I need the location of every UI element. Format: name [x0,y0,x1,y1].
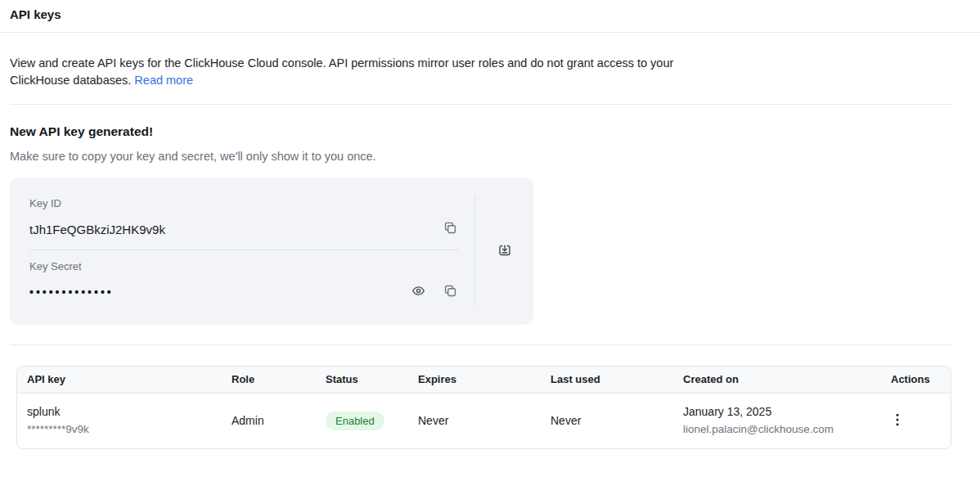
page-description: View and create API keys for the ClickHo… [10,55,674,89]
cell-actions [881,393,951,448]
copy-icon [443,221,457,237]
key-secret-label: Key Secret [29,260,459,273]
content-area: View and create API keys for the ClickHo… [0,55,980,449]
copy-icon [443,284,457,300]
column-header-last-used: Last used [541,367,673,393]
copy-secret-button[interactable] [442,282,459,302]
download-key-button[interactable] [496,241,514,262]
key-card-fields: Key ID tJh1FeQGBkziJ2HK9v9k Key Sec [10,178,474,325]
cell-status: Enabled [316,393,408,448]
cell-created-on: January 13, 2025 lionel.palacin@clickhou… [673,393,881,448]
cell-api-key: splunk *********9v9k [17,393,222,448]
table-row: splunk *********9v9k Admin Enabled Never… [17,393,951,448]
eye-icon [411,284,425,300]
column-header-api-key: API key [17,367,222,393]
column-header-status: Status [316,367,408,393]
column-header-created-on: Created on [673,367,881,393]
download-icon [497,243,512,260]
row-actions-button[interactable] [891,410,904,432]
api-key-name: splunk [27,404,212,420]
section-divider [10,104,952,105]
key-id-value: tJh1FeQGBkziJ2HK9v9k [29,223,165,236]
page-header: API keys [0,0,980,33]
new-key-banner-subtitle: Make sure to copy your key and secret, w… [10,150,952,163]
new-key-banner-title: New API key generated! [10,124,952,139]
status-badge: Enabled [326,412,384,430]
key-secret-masked-value: ••••••••••••• [29,286,114,299]
copy-key-id-button[interactable] [442,219,459,239]
table-header-row: API key Role Status Expires Last used Cr… [17,367,951,393]
api-key-masked: *********9v9k [27,421,212,437]
key-id-label: Key ID [29,197,459,210]
kebab-menu-icon [896,416,899,429]
section-divider [10,344,952,345]
key-secret-row: ••••••••••••• [29,280,459,304]
key-card-side-panel [474,196,533,307]
api-keys-table: API key Role Status Expires Last used Cr… [16,366,951,449]
cell-role: Admin [222,393,316,448]
read-more-link[interactable]: Read more [134,74,193,87]
page-title: API keys [10,7,970,21]
column-header-role: Role [222,367,316,393]
new-key-card: Key ID tJh1FeQGBkziJ2HK9v9k Key Sec [10,178,533,325]
reveal-secret-button[interactable] [410,282,427,302]
key-card-divider [29,250,459,250]
created-by-email: lionel.palacin@clickhouse.com [683,421,871,437]
column-header-expires: Expires [408,367,541,393]
key-id-row: tJh1FeQGBkziJ2HK9v9k [29,217,459,241]
created-date: January 13, 2025 [683,404,871,420]
description-text: View and create API keys for the ClickHo… [10,56,673,87]
cell-last-used: Never [541,393,673,448]
cell-expires: Never [408,393,541,448]
column-header-actions: Actions [881,367,951,393]
